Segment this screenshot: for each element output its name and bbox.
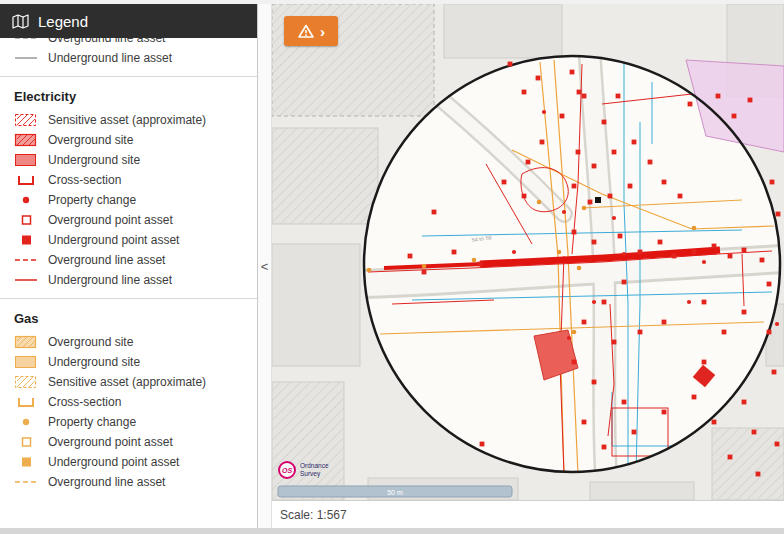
electricity-point-marker — [478, 262, 483, 267]
line-solid-neutral-icon — [14, 51, 38, 65]
site-under-orange-icon — [14, 355, 38, 369]
electricity-point-marker — [572, 230, 577, 235]
electricity-point-marker — [728, 455, 733, 460]
legend-item: Underground site — [0, 352, 257, 372]
electricity-point-marker — [602, 445, 607, 450]
legend-item-label: Underground point asset — [48, 455, 179, 469]
line-dashed-red-icon — [14, 253, 38, 267]
chevron-right-icon: › — [320, 24, 325, 39]
legend-item-label: Property change — [48, 193, 136, 207]
electricity-point-marker — [648, 160, 653, 165]
window-bottom-strip — [0, 528, 784, 534]
legend-sidebar: Legend Overground line assetUnderground … — [0, 4, 258, 528]
electricity-point-marker — [628, 184, 633, 189]
legend-item-label: Cross-section — [48, 173, 121, 187]
electricity-point-marker — [572, 360, 577, 365]
electricity-point-marker — [658, 240, 663, 245]
electricity-point-marker — [522, 194, 527, 199]
electricity-point-marker — [577, 90, 582, 95]
site-under-red-icon — [14, 153, 38, 167]
electricity-point-marker — [632, 430, 637, 435]
electricity-point-marker — [570, 70, 575, 75]
electricity-point-marker — [688, 102, 693, 107]
legend-item: Underground line asset — [0, 48, 257, 68]
legend-item-label: Underground site — [48, 153, 140, 167]
legend-item-label: Overground line asset — [48, 38, 165, 45]
electricity-point-marker — [616, 94, 621, 99]
site-over-red-icon — [14, 133, 38, 147]
cross-red-icon — [14, 173, 38, 187]
electricity-point-marker — [712, 420, 717, 425]
legend-item-label: Cross-section — [48, 395, 121, 409]
electricity-point-marker — [712, 244, 717, 249]
electricity-point-marker — [608, 194, 613, 199]
scale-bar-label: 50 m — [387, 489, 403, 496]
legend-item: Property change — [0, 412, 257, 432]
electricity-point-marker — [582, 320, 587, 325]
legend-item: Underground point asset — [0, 230, 257, 250]
os-logo-monogram: OS — [282, 467, 292, 474]
app-window: Legend Overground line assetUnderground … — [0, 4, 784, 528]
electricity-point-marker — [692, 395, 697, 400]
electricity-point-marker — [592, 380, 597, 385]
line-dashed-orange-icon — [14, 475, 38, 489]
electricity-property-change-marker — [622, 252, 626, 256]
legend-item-label: Overground line asset — [48, 253, 165, 267]
point-under-red-icon — [14, 233, 38, 247]
electricity-point-marker — [770, 180, 775, 185]
electricity-point-marker — [588, 200, 593, 205]
electricity-property-change-marker — [702, 260, 706, 264]
electricity-point-marker — [760, 258, 765, 263]
electricity-point-marker — [522, 90, 527, 95]
sidebar-gutter: < — [258, 4, 272, 528]
legend-item-label: Sensitive asset (approximate) — [48, 113, 206, 127]
electricity-point-marker — [662, 320, 667, 325]
legend-item: Overground site — [0, 332, 257, 352]
electricity-point-marker — [742, 248, 747, 253]
legend-title: Legend — [38, 13, 88, 30]
legend-item-label: Property change — [48, 415, 136, 429]
point-under-orange-icon — [14, 455, 38, 469]
electricity-point-marker — [422, 270, 427, 275]
electricity-point-marker — [692, 250, 697, 255]
legend-item-label: Underground point asset — [48, 233, 179, 247]
map-canvas[interactable]: 54 to 58 EST 76.84 — [272, 4, 784, 500]
electricity-property-change-marker — [512, 250, 516, 254]
gas-property-change-marker — [557, 250, 562, 255]
legend-item: Overground line asset — [0, 38, 257, 48]
electricity-point-marker — [508, 62, 513, 67]
attribution-line1: Ordnance — [300, 462, 329, 469]
scale-bar: 50 m — [278, 486, 512, 497]
legend-item: Underground site — [0, 150, 257, 170]
electricity-point-marker — [612, 340, 617, 345]
sensitive-orange-icon — [14, 375, 38, 389]
electricity-point-marker — [662, 180, 667, 185]
legend-list: Overground line assetUnderground line as… — [0, 38, 257, 528]
electricity-point-marker — [540, 140, 545, 145]
electricity-point-marker — [702, 300, 707, 305]
gas-property-change-marker — [582, 206, 587, 211]
electricity-property-change-marker — [612, 216, 616, 220]
electricity-point-marker — [480, 442, 485, 447]
legend-item-label: Underground site — [48, 355, 140, 369]
gas-property-change-marker — [692, 226, 697, 231]
electricity-point-marker — [742, 310, 747, 315]
electricity-point-marker — [716, 94, 721, 99]
electricity-point-marker — [638, 330, 643, 335]
electricity-property-change-marker — [687, 300, 691, 304]
collapse-sidebar-button[interactable]: < — [261, 260, 269, 273]
electricity-point-marker — [756, 472, 761, 477]
electricity-property-change-marker — [562, 210, 566, 214]
electricity-point-marker — [592, 164, 597, 169]
electricity-point-marker — [582, 94, 587, 99]
legend-item: Overground line asset — [0, 250, 257, 270]
electricity-point-marker — [592, 240, 597, 245]
alert-expand-button[interactable]: › — [284, 16, 338, 46]
electricity-point-marker — [612, 150, 617, 155]
electricity-point-marker — [632, 140, 637, 145]
electricity-point-marker — [602, 120, 607, 125]
electricity-point-marker — [776, 212, 781, 217]
electricity-point-marker — [678, 194, 683, 199]
electricity-property-change-marker — [592, 300, 596, 304]
electricity-point-marker — [767, 282, 772, 287]
